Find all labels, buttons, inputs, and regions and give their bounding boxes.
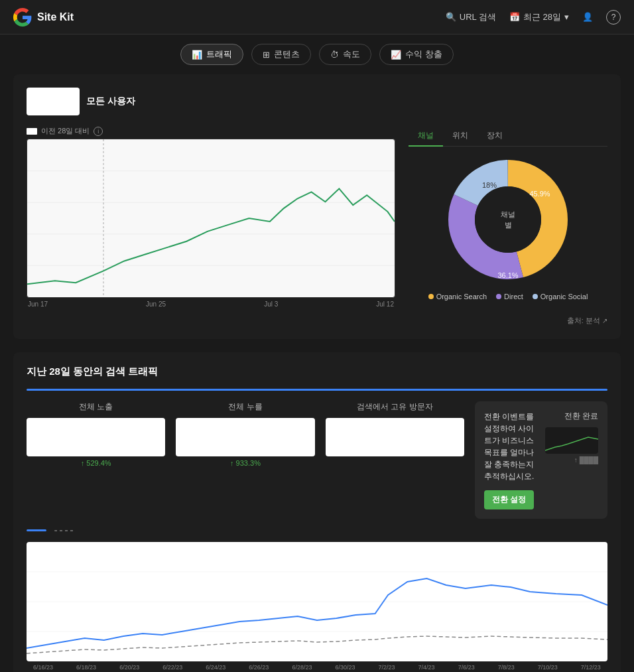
conversion-setup-btn[interactable]: 전환 설정	[484, 490, 534, 509]
help-icon: ?	[606, 10, 621, 25]
search-traffic-section: 지난 28일 동안의 검색 트래픽 전체 노출 ↑ 529.4% 전체 누를 ↑…	[13, 352, 621, 672]
external-link-icon: ↗	[602, 317, 607, 324]
gauge-icon: ⏱	[330, 50, 339, 60]
nav-tabs: 📊 트래픽 ⊞ 콘텐츠 ⏱ 속도 📈 수익 창출	[0, 34, 634, 74]
svg-text:36.1%: 36.1%	[497, 271, 518, 279]
organic-search-dot	[428, 294, 434, 299]
chart-legend: 이전 28일 대비 i	[27, 126, 395, 136]
main-content: 모든 사용자 이전 28일 대비 i	[0, 74, 634, 672]
metrics-row: 전체 노출 ↑ 529.4% 전체 누를 ↑ 933.3% 검색에서 고유 방문…	[27, 401, 607, 519]
donut-chart-wrap: 채널 별 45.9% 36.1% 18%	[409, 153, 607, 286]
donut-tab-device[interactable]: 장치	[477, 126, 512, 147]
legend-organic-social: Organic Social	[533, 293, 588, 301]
search-icon: 🔍	[446, 12, 456, 22]
url-search-btn[interactable]: 🔍 URL 검색	[446, 11, 496, 23]
svg-text:18%: 18%	[482, 181, 497, 189]
donut-tabs: 채널 위치 장치	[409, 126, 607, 147]
big-chart-section: 6/16/23 6/18/23 6/20/23 6/22/23 6/24/23 …	[27, 529, 607, 671]
grid-icon: ⊞	[263, 50, 270, 60]
google-g-icon	[13, 8, 32, 27]
donut-tab-channel[interactable]: 채널	[409, 126, 443, 147]
conversion-mini-chart	[545, 427, 598, 454]
solid-line-tab	[27, 529, 46, 531]
donut-tab-location[interactable]: 위치	[443, 126, 477, 147]
header: Site Kit 🔍 URL 검색 📅 최근 28일 ▾ 👤 ?	[0, 0, 634, 34]
legend-organic-search: Organic Search	[428, 293, 487, 301]
search-traffic-title: 지난 28일 동안의 검색 트래픽	[27, 366, 607, 378]
chart-x-labels: Jun 17 Jun 25 Jul 3 Jul 12	[27, 301, 395, 308]
section-indicator	[27, 389, 607, 391]
svg-text:채널: 채널	[501, 210, 515, 218]
big-chart-x-labels: 6/16/23 6/18/23 6/20/23 6/22/23 6/24/23 …	[27, 664, 607, 671]
conversion-cta-card: 전환 이벤트를 설정하여 사이트가 비즈니스 목표를 얼마나 잘 충족하는지 추…	[475, 401, 607, 519]
tab-content[interactable]: ⊞ 콘텐츠	[251, 44, 311, 65]
all-users-title: 모든 사용자	[86, 96, 135, 107]
metric-clicks: 전체 누를 ↑ 933.3%	[176, 401, 314, 467]
info-icon: i	[94, 127, 103, 136]
direct-dot	[496, 294, 501, 299]
dashed-line-tab	[54, 530, 74, 531]
line-chart	[27, 139, 395, 298]
header-actions: 🔍 URL 검색 📅 최근 28일 ▾ 👤 ?	[446, 10, 621, 25]
user-icon-btn[interactable]: 👤	[582, 12, 593, 22]
all-users-section: 모든 사용자 이전 28일 대비 i	[13, 74, 621, 339]
svg-text:45.9%: 45.9%	[529, 190, 550, 198]
chart-line-legend	[27, 529, 607, 531]
source-link[interactable]: 출처: 분석 ↗	[27, 316, 607, 326]
bar-chart-icon: 📊	[192, 50, 202, 60]
line-chart-area: 이전 28일 대비 i	[27, 126, 395, 308]
logo-text: Site Kit	[37, 11, 74, 23]
legend-dot	[27, 128, 37, 135]
chevron-down-icon: ▾	[564, 12, 569, 22]
metric-visitors: 검색에서 고유 방문자	[326, 401, 464, 456]
date-range-btn[interactable]: 📅 최근 28일 ▾	[509, 11, 569, 23]
user-icon: 👤	[582, 12, 593, 22]
organic-social-dot	[533, 294, 538, 299]
legend-direct: Direct	[496, 293, 523, 301]
donut-legend: Organic Search Direct Organic Social	[409, 293, 607, 301]
impressions-value-box	[27, 418, 165, 456]
all-users-header: 모든 사용자	[27, 88, 607, 115]
tab-traffic[interactable]: 📊 트래픽	[180, 44, 243, 65]
section-top: 이전 28일 대비 i	[27, 126, 607, 308]
metric-impressions: 전체 노출 ↑ 529.4%	[27, 401, 165, 467]
big-chart	[27, 542, 607, 661]
site-kit-logo: Site Kit	[13, 8, 74, 27]
donut-area: 채널 위치 장치	[409, 126, 607, 308]
trending-up-icon: 📈	[391, 50, 401, 60]
tab-monetization[interactable]: 📈 수익 창출	[379, 44, 454, 65]
user-count-box	[27, 88, 80, 115]
donut-chart-svg: 채널 별 45.9% 36.1% 18%	[442, 153, 574, 286]
svg-text:별: 별	[505, 221, 512, 229]
visitors-value-box	[326, 418, 464, 456]
tab-speed[interactable]: ⏱ 속도	[319, 44, 371, 65]
arrow-up-icon: ↑	[574, 456, 578, 464]
calendar-icon: 📅	[509, 12, 520, 22]
help-btn[interactable]: ?	[606, 10, 621, 25]
clicks-value-box	[176, 418, 314, 456]
